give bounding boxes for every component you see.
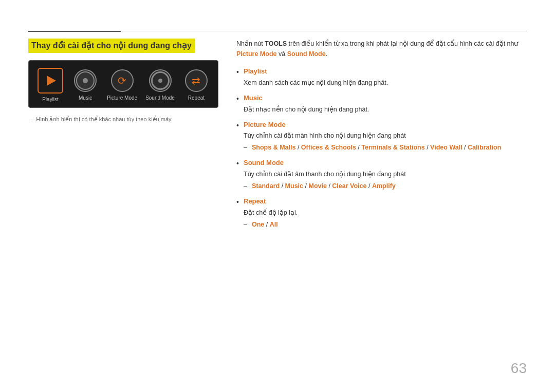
clear-voice: Clear Voice	[332, 182, 366, 190]
sub-bullet-picture-mode: Shops & Malls / Offices & Schools / Term…	[244, 142, 527, 153]
music-label: Music	[79, 95, 92, 101]
movie: Movie	[308, 182, 326, 190]
repeat-label: Repeat	[188, 95, 205, 101]
playlist-label: Playlist	[42, 97, 59, 102]
intro-text: Nhấn nút TOOLS trên điều khiển từ xa tro…	[236, 39, 527, 59]
tools-label: TOOLS	[265, 40, 287, 47]
bullet-title-music: Music	[244, 94, 263, 102]
refresh-icon: ⟳	[118, 74, 126, 87]
one: One	[252, 221, 264, 228]
bullet-desc-repeat: Đặt chế độ lặp lại.	[244, 208, 527, 218]
sub-bullet-sound-mode: Standard / Music / Movie / Clear Voice /…	[244, 181, 527, 191]
section-title: Thay đổi cài đặt cho nội dung đang chạy	[28, 39, 195, 53]
repeat-icon: ⇄	[192, 74, 200, 87]
sound-mode-icon	[149, 69, 172, 92]
bullet-music: Music Đặt nhạc nền cho nội dung hiện đan…	[236, 93, 527, 115]
sep9: /	[264, 221, 269, 228]
music-circle-outer	[76, 71, 95, 90]
terminals-stations: Terminals & Stations	[361, 144, 424, 151]
sub-bullet-repeat: One / All	[244, 219, 527, 230]
media-item-picture-mode: ⟳ Picture Mode	[107, 69, 137, 101]
sound-mode-label: Sound Mode	[145, 95, 175, 101]
intro-and: và	[277, 50, 287, 58]
sep2: /	[356, 144, 361, 151]
bullet-playlist: Playlist Xem danh sách các mục nội dung …	[236, 66, 527, 88]
play-triangle	[47, 76, 56, 86]
bullet-title-repeat: Repeat	[244, 197, 266, 205]
intro-end: .	[326, 50, 327, 58]
bullet-picture-mode: Picture Mode Tùy chỉnh cài đặt màn hình …	[236, 120, 527, 153]
sound-mode-ref: Sound Mode	[287, 50, 326, 58]
sound-dot	[158, 79, 162, 83]
intro-before: Nhấn nút	[236, 40, 265, 47]
media-item-music: Music	[72, 69, 99, 101]
bullet-desc-sound-mode: Tùy chỉnh cài đặt âm thanh cho nội dung …	[244, 169, 527, 179]
media-item-playlist: Playlist	[37, 68, 64, 102]
bullet-title-sound-mode: Sound Mode	[244, 159, 284, 166]
sep4: /	[462, 144, 468, 151]
sep7: /	[327, 182, 332, 190]
picture-mode-label: Picture Mode	[107, 95, 137, 101]
playlist-icon	[38, 68, 63, 94]
top-line-accent	[28, 31, 121, 32]
media-player-box: Playlist Music ⟳ Picture Mode	[28, 60, 218, 108]
right-column: Nhấn nút TOOLS trên điều khiển từ xa tro…	[236, 39, 527, 235]
note-text: Hình ảnh hiển thị có thể khác nhau tùy t…	[28, 116, 218, 123]
picture-mode-ref: Picture Mode	[236, 50, 277, 58]
sep5: /	[280, 182, 285, 190]
repeat-icon-container: ⇄	[185, 69, 208, 92]
calibration: Calibration	[468, 144, 501, 151]
music-icon	[74, 69, 97, 92]
standard: Standard	[252, 182, 280, 190]
sep1: /	[295, 144, 301, 151]
sep6: /	[303, 182, 308, 190]
bullet-desc-music: Đặt nhạc nền cho nội dung hiện đang phát…	[244, 104, 527, 115]
media-item-sound-mode: Sound Mode	[145, 69, 175, 101]
sep3: /	[425, 144, 430, 151]
sound-ring	[151, 71, 170, 90]
left-column: Thay đổi cài đặt cho nội dung đang chạy …	[28, 39, 218, 123]
music-option: Music	[285, 182, 303, 190]
intro-middle: trên điều khiển từ xa trong khi phát lại…	[287, 40, 518, 47]
bullet-title-picture-mode: Picture Mode	[244, 121, 286, 128]
all: All	[270, 221, 278, 228]
amplify: Amplify	[372, 182, 396, 190]
bullet-desc-picture-mode: Tùy chỉnh cài đặt màn hình cho nội dung …	[244, 130, 527, 141]
bullet-list: Playlist Xem danh sách các mục nội dung …	[236, 66, 527, 230]
page-number: 63	[511, 360, 527, 377]
bullet-repeat: Repeat Đặt chế độ lặp lại. One / All	[236, 196, 527, 230]
bullet-title-playlist: Playlist	[244, 67, 267, 75]
sep8: /	[367, 182, 372, 190]
video-wall: Video Wall	[430, 144, 462, 151]
bullet-desc-playlist: Xem danh sách các mục nội dung hiện đang…	[244, 78, 527, 88]
picture-mode-icon: ⟳	[111, 69, 134, 92]
media-item-repeat: ⇄ Repeat	[183, 69, 210, 101]
bullet-sound-mode: Sound Mode Tùy chỉnh cài đặt âm thanh ch…	[236, 158, 527, 191]
shops-malls: Shops & Malls	[252, 144, 295, 151]
music-circle-inner	[83, 78, 88, 83]
offices-schools: Offices & Schools	[301, 144, 356, 151]
